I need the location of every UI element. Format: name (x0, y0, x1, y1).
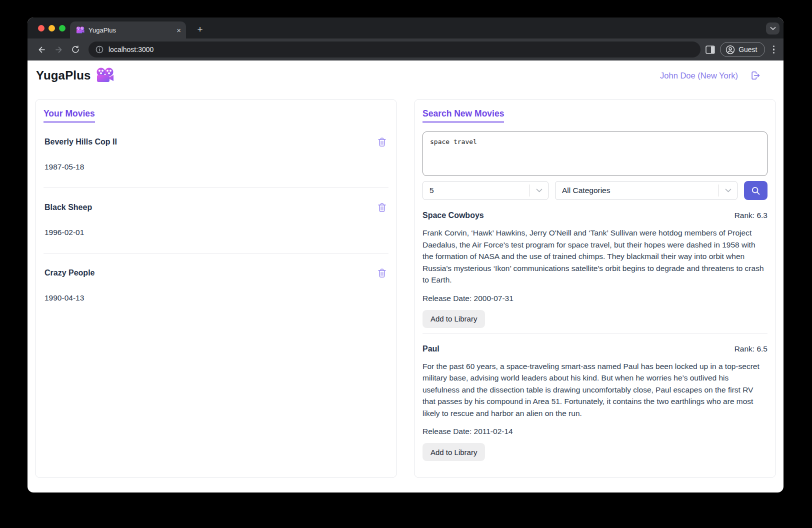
brand: YugaPlus (36, 68, 114, 84)
back-button[interactable] (34, 42, 50, 58)
main-content: Your Movies Beverly Hills Cop II 1987-05… (28, 90, 784, 492)
your-movies-title: Your Movies (44, 108, 95, 122)
result-rank: Rank: 6.3 (734, 211, 768, 220)
search-button[interactable] (744, 181, 768, 200)
result-release-date: Release Date: 2000-07-31 (422, 294, 768, 303)
movie-release-date: 1990-04-13 (44, 294, 388, 302)
result-description: For the past 60 years, a space-traveling… (422, 360, 768, 420)
browser-window: YugaPlus × + localhost:3000 (28, 18, 784, 492)
side-panel-icon[interactable] (706, 46, 715, 54)
tab-search-chevron-button[interactable] (766, 22, 780, 34)
movie-release-date: 1996-02-01 (44, 228, 388, 237)
close-window-button[interactable] (38, 25, 44, 32)
profile-avatar-icon (726, 45, 735, 54)
delete-movie-icon[interactable] (376, 268, 388, 278)
result-title: Space Cowboys (422, 211, 484, 220)
category-value: All Categories (562, 186, 610, 195)
search-controls: 5 All Categories (422, 181, 768, 200)
search-icon (751, 186, 760, 196)
address-bar[interactable]: localhost:3000 (88, 42, 700, 58)
search-query-input[interactable] (422, 132, 768, 176)
new-tab-button[interactable]: + (194, 23, 206, 36)
search-movies-title: Search New Movies (422, 108, 504, 122)
result-limit-select[interactable]: 5 (422, 181, 548, 200)
search-area: 5 All Categories (422, 132, 768, 461)
tab-strip: YugaPlus × + (28, 18, 784, 38)
search-movies-panel: Search New Movies 5 All Categories (414, 99, 776, 478)
movie-title: Black Sheep (44, 203, 92, 212)
result-limit-value: 5 (430, 186, 434, 195)
category-select[interactable]: All Categories (555, 181, 738, 200)
app-header: YugaPlus John Doe (New York) (28, 60, 784, 90)
app-title: YugaPlus (36, 68, 91, 82)
movie-title: Beverly Hills Cop II (44, 138, 117, 146)
logout-icon[interactable] (750, 70, 761, 81)
profile-button[interactable]: Guest (720, 42, 764, 57)
library-movie-row: Beverly Hills Cop II 1987-05-18 (44, 122, 388, 188)
reload-button[interactable] (68, 42, 84, 58)
add-to-library-button[interactable]: Add to Library (422, 310, 485, 328)
search-result: Paul Rank: 6.5 For the past 60 years, a … (422, 334, 768, 462)
your-movies-panel: Your Movies Beverly Hills Cop II 1987-05… (35, 99, 397, 478)
result-rank: Rank: 6.5 (734, 344, 768, 354)
forward-button[interactable] (50, 42, 66, 58)
tab-close-icon[interactable]: × (176, 26, 181, 34)
movie-title: Crazy People (44, 268, 94, 278)
browser-menu-icon[interactable] (770, 46, 778, 54)
library-movie-row: Black Sheep 1996-02-01 (44, 188, 388, 254)
toolbar-right: Guest (706, 42, 778, 57)
chevron-down-icon (530, 188, 548, 192)
user-name: John Doe (New York) (660, 71, 738, 80)
site-info-icon[interactable] (96, 46, 104, 54)
library-movie-row: Crazy People 1990-04-13 (44, 254, 388, 318)
profile-label: Guest (738, 46, 757, 54)
browser-tab-yugaplus[interactable]: YugaPlus × (70, 22, 186, 38)
tab-title: YugaPlus (88, 26, 172, 34)
movie-release-date: 1987-05-18 (44, 162, 388, 172)
movie-camera-logo-icon (96, 68, 114, 84)
add-to-library-button[interactable]: Add to Library (422, 443, 485, 461)
result-title: Paul (422, 344, 440, 354)
zoom-window-button[interactable] (59, 25, 66, 32)
url-text: localhost:3000 (108, 46, 154, 54)
delete-movie-icon[interactable] (376, 202, 388, 213)
header-right: John Doe (New York) (660, 70, 761, 81)
browser-toolbar: localhost:3000 Guest (28, 38, 784, 60)
tab-favicon-movie-camera-icon (76, 26, 84, 34)
window-controls (38, 25, 66, 32)
delete-movie-icon[interactable] (376, 136, 388, 148)
chevron-down-icon (719, 188, 737, 192)
result-release-date: Release Date: 2011-02-14 (422, 427, 768, 436)
search-result: Space Cowboys Rank: 6.3 Frank Corvin, ‘H… (422, 200, 768, 334)
minimize-window-button[interactable] (48, 25, 55, 32)
result-description: Frank Corvin, ‘Hawk’ Hawkins, Jerry O'Ne… (422, 227, 768, 286)
